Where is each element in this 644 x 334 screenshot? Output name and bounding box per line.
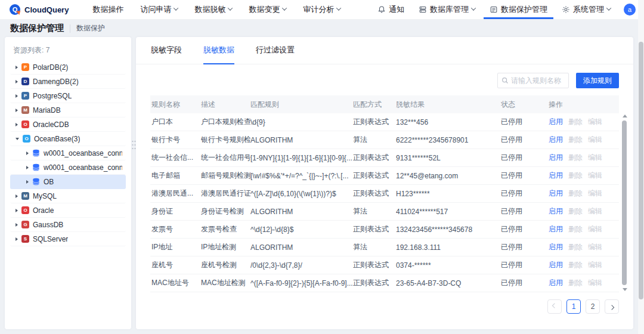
table-row: 银行卡号银行卡号规则检查ALGORITHM算法6222******2345678… (150, 131, 619, 149)
menu-item-访问申请[interactable]: 访问申请 (132, 0, 186, 19)
enable-link[interactable]: 启用 (549, 171, 563, 181)
chevron-down-icon (282, 5, 287, 10)
enable-link[interactable]: 启用 (549, 153, 563, 163)
delete-link[interactable]: 删除 (568, 171, 583, 181)
delete-link[interactable]: 删除 (568, 278, 583, 288)
avatar[interactable]: a (624, 4, 636, 16)
edit-link[interactable]: 编辑 (588, 242, 602, 252)
tab-masking-fields[interactable]: 脱敏字段 (151, 45, 182, 64)
scroll-down-icon[interactable] (623, 288, 627, 291)
delete-link[interactable]: 删除 (568, 153, 583, 163)
table-row: 座机号座机号检测/0\d{2,3}-\d{7,8}/正则表达式0374-****… (150, 256, 619, 274)
caret-right-icon[interactable] (16, 209, 18, 212)
tree-item-w0001-oceanbase-conn-test[interactable]: w0001_oceanbase_conn_test (10, 160, 126, 175)
data-protection-icon (490, 5, 498, 14)
caret-down-icon[interactable] (16, 138, 19, 140)
tree-item-oraclecdb[interactable]: OOracleCDB (10, 117, 126, 132)
tree-item-postgresql[interactable]: PPostgreSQL (10, 89, 126, 103)
edit-link[interactable]: 编辑 (588, 171, 602, 181)
next-page-button[interactable] (605, 299, 619, 314)
tab-masking-data[interactable]: 脱敏数据 (203, 45, 234, 64)
tree-item-w0001-oceanbase-conn[interactable]: w0001_oceanbase_conn (10, 146, 126, 160)
brand[interactable]: Q CloudQuery (10, 0, 69, 19)
delete-link[interactable]: 删除 (568, 117, 583, 127)
add-rule-button[interactable]: 添加规则 (576, 73, 619, 88)
system-mgmt-menu[interactable]: 系统管理 (556, 0, 617, 19)
enable-link[interactable]: 启用 (549, 242, 563, 252)
delete-link[interactable]: 删除 (568, 224, 583, 234)
page-scrollbar-thumb[interactable] (639, 42, 643, 299)
tab-row-filter[interactable]: 行过滤设置 (256, 45, 295, 64)
caret-right-icon[interactable] (26, 180, 29, 184)
data-protection-mgmt-menu[interactable]: 数据保护管理 (484, 0, 553, 19)
tree-item-sqlserver[interactable]: SSQLServer (10, 232, 126, 246)
caret-right-icon[interactable] (16, 94, 18, 98)
enable-link[interactable]: 启用 (549, 260, 563, 270)
menu-item-数据操作[interactable]: 数据操作 (84, 0, 132, 19)
caret-right-icon[interactable] (16, 123, 18, 126)
row-actions: 启用删除编辑 (549, 206, 619, 217)
tree-item-mysql[interactable]: MMySQL (10, 189, 126, 203)
breadcrumb-sub: 数据保护 (76, 23, 105, 33)
caret-right-icon[interactable] (16, 66, 18, 69)
notification-label: 通知 (389, 4, 404, 15)
prev-page-button[interactable] (547, 299, 562, 314)
cell-description: 银行卡号规则检查 (201, 135, 250, 145)
enable-link[interactable]: 启用 (549, 117, 563, 127)
page-button-1[interactable]: 1 (566, 299, 581, 314)
edit-link[interactable]: 编辑 (588, 224, 602, 234)
tree-item-ob[interactable]: OB (10, 175, 126, 189)
caret-right-icon[interactable] (16, 109, 18, 112)
notification-button[interactable]: 通知 (371, 0, 410, 19)
tree-item-gaussdb[interactable]: GGaussDB (10, 218, 126, 232)
enable-link[interactable]: 启用 (549, 188, 563, 199)
delete-link[interactable]: 删除 (568, 188, 583, 199)
cell-description: 座机号检测 (201, 260, 250, 270)
table-row: 发票号发票号检查^\d{12}-\d{8}$正则表达式132423456****… (150, 221, 619, 239)
table-scrollbar[interactable] (621, 113, 627, 292)
menu-item-审计分析[interactable]: 审计分析 (295, 0, 349, 19)
enable-link[interactable]: 启用 (549, 278, 563, 288)
caret-right-icon[interactable] (16, 223, 18, 227)
tree-item-polardb[interactable]: PPolarDB(2) (10, 60, 126, 75)
caret-right-icon[interactable] (16, 194, 18, 198)
tree-item-label: PolarDB(2) (33, 63, 68, 72)
caret-right-icon[interactable] (16, 237, 18, 241)
edit-link[interactable]: 编辑 (588, 260, 602, 270)
caret-right-icon[interactable] (26, 166, 29, 169)
caret-right-icon[interactable] (16, 80, 18, 84)
delete-link[interactable]: 删除 (568, 206, 583, 217)
database-mgmt-menu[interactable]: 数据库管理 (413, 0, 481, 19)
cell-match-method: 正则表达式 (353, 278, 396, 288)
caret-right-icon[interactable] (26, 151, 29, 155)
sidebar-resize-handle[interactable] (131, 140, 137, 150)
menu-item-数据变更[interactable]: 数据变更 (240, 0, 295, 19)
menu-item-数据脱敏[interactable]: 数据脱敏 (186, 0, 240, 19)
page-button-2[interactable]: 2 (586, 299, 600, 314)
cell-match-rule: [\w!#$%&'*+/=?^_`{|}~-]+(?:\.[... (250, 172, 353, 180)
edit-link[interactable]: 编辑 (588, 206, 602, 217)
tree-item-oceanbase[interactable]: OOceanBase(3) (10, 132, 126, 146)
column-header: 描述 (201, 100, 250, 110)
rule-search-box[interactable] (497, 73, 569, 88)
scrollbar-thumb[interactable] (622, 120, 627, 285)
polardb-icon: P (21, 63, 29, 71)
delete-link[interactable]: 删除 (568, 260, 583, 270)
edit-link[interactable]: 编辑 (588, 135, 602, 145)
scroll-up-icon[interactable] (623, 115, 627, 117)
page-scrollbar[interactable] (638, 0, 644, 334)
delete-link[interactable]: 删除 (568, 242, 583, 252)
edit-link[interactable]: 编辑 (588, 188, 602, 199)
tree-item-damengdb[interactable]: DDamengDB(2) (10, 75, 126, 89)
tree-item-mariadb[interactable]: MMariaDB (10, 103, 126, 117)
enable-link[interactable]: 启用 (549, 206, 563, 217)
edit-link[interactable]: 编辑 (588, 117, 602, 127)
edit-link[interactable]: 编辑 (588, 278, 602, 288)
enable-link[interactable]: 启用 (549, 135, 563, 145)
delete-link[interactable]: 删除 (568, 135, 583, 145)
enable-link[interactable]: 启用 (549, 224, 563, 234)
tree-item-oracle[interactable]: OOracle (10, 203, 126, 218)
edit-link[interactable]: 编辑 (588, 153, 602, 163)
rule-search-input[interactable] (511, 76, 565, 85)
chevron-down-icon (336, 5, 341, 10)
